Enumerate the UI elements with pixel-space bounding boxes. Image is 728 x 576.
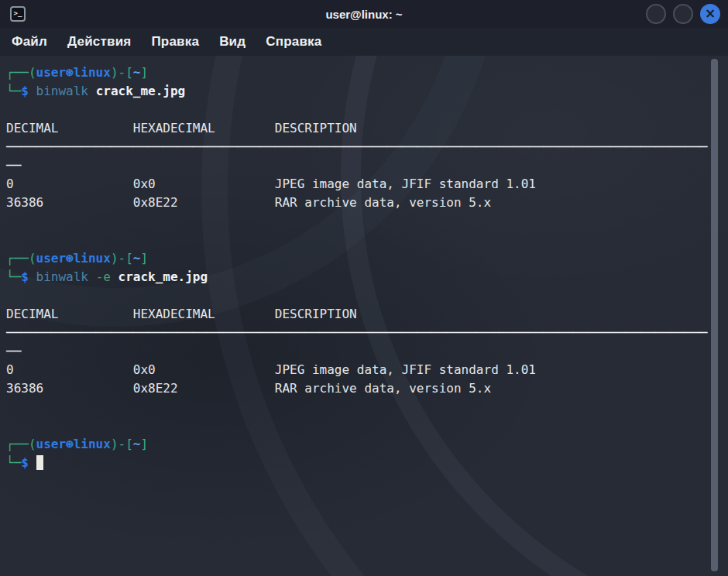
scrollbar-thumb[interactable] (711, 59, 718, 571)
terminal-line: ┌──(user⊛linux)-[~] (6, 63, 728, 82)
terminal-line: ┌──(user⊛linux)-[~] (6, 435, 728, 454)
terminal-cursor (36, 455, 44, 470)
terminal-text-segment: └─ (6, 269, 21, 284)
terminal-text-segment: ] (140, 65, 148, 80)
menubar: Файл Действия Правка Вид Справка (0, 28, 728, 56)
terminal-text-segment: ~ (133, 437, 141, 451)
terminal-text-segment: 0 0x0 JPEG image data, JFIF standard 1.0… (6, 362, 536, 377)
terminal-line: └─$ binwalk -e crack_me.jpg (6, 268, 728, 286)
kali-glyph-icon: ⊛ (66, 437, 74, 451)
menu-actions[interactable]: Действия (57, 34, 141, 50)
terminal-text-segment: ────────────────────────────────────────… (6, 325, 707, 340)
terminal-text-segment: 36386 0x8E22 RAR archive data, version 5… (6, 381, 491, 396)
terminal-text-segment: )-[ (111, 65, 133, 80)
terminal-line: 36386 0x8E22 RAR archive data, version 5… (6, 194, 728, 212)
terminal-line: 36386 0x8E22 RAR archive data, version 5… (6, 379, 728, 398)
menu-file[interactable]: Файл (2, 34, 57, 50)
terminal-text-segment: └─ (6, 84, 21, 98)
terminal-text-segment (29, 84, 36, 98)
terminal-text-segment: )-[ (111, 251, 133, 266)
terminal-line: ┌──(user⊛linux)-[~] (6, 249, 728, 268)
terminal-text-segment: -e (96, 269, 111, 284)
terminal-text-segment: binwalk (36, 84, 88, 98)
terminal-text-segment (29, 455, 36, 470)
terminal-text-segment: ── (6, 158, 21, 173)
terminal-text-segment: $ (21, 269, 29, 284)
terminal-text-segment: )-[ (111, 437, 133, 451)
terminal-text-segment: linux (74, 65, 111, 80)
terminal-line: └─$ (6, 454, 728, 472)
terminal-line: ── (6, 156, 728, 175)
terminal-line: ────────────────────────────────────────… (6, 324, 728, 342)
terminal-line: ── (6, 342, 728, 361)
close-button[interactable]: × (700, 4, 720, 24)
terminal-line (6, 101, 728, 119)
terminal-app-icon[interactable]: >_ (10, 6, 26, 22)
terminal-text-segment: DECIMAL HEXADECIMAL DESCRIPTION (6, 121, 357, 135)
terminal-text-segment: crack_me.jpg (118, 269, 208, 284)
terminal-line: DECIMAL HEXADECIMAL DESCRIPTION (6, 119, 728, 138)
terminal-text-segment: 36386 0x8E22 RAR archive data, version 5… (6, 195, 491, 210)
scrollbar-track (711, 59, 718, 571)
terminal-text-segment: ] (140, 437, 148, 451)
terminal-text-segment (88, 269, 96, 284)
terminal-line: 0 0x0 JPEG image data, JFIF standard 1.0… (6, 361, 728, 379)
menu-edit[interactable]: Правка (141, 34, 209, 50)
terminal-text-segment: └─ (6, 455, 21, 470)
terminal-text-segment (29, 269, 36, 284)
terminal-text-segment (111, 269, 118, 284)
terminal-line (6, 231, 728, 249)
terminal-text-segment: ┌──( (6, 65, 36, 80)
terminal-line: ────────────────────────────────────────… (6, 138, 728, 156)
terminal-text-segment: $ (21, 84, 29, 98)
terminal-output: ┌──(user⊛linux)-[~]└─$ binwalk crack_me.… (0, 56, 728, 472)
window-title: user@linux: ~ (0, 8, 728, 21)
terminal-text-segment: ] (140, 251, 148, 266)
terminal-text-segment: ~ (133, 251, 141, 266)
terminal-line (6, 398, 728, 417)
terminal-text-segment: ────────────────────────────────────────… (6, 139, 707, 154)
terminal-line (6, 417, 728, 435)
terminal-line: DECIMAL HEXADECIMAL DESCRIPTION (6, 305, 728, 324)
terminal-text-segment: user (36, 251, 67, 266)
terminal-text-segment: ┌──( (6, 251, 36, 266)
close-icon: × (705, 7, 716, 20)
terminal-line: └─$ binwalk crack_me.jpg (6, 82, 728, 101)
terminal-text-segment: linux (74, 251, 111, 266)
terminal-text-segment: linux (74, 437, 111, 451)
terminal-icon: >_ (14, 10, 22, 17)
terminal-text-segment: ── (6, 344, 21, 358)
terminal-line (6, 286, 728, 305)
terminal-text-segment: DECIMAL HEXADECIMAL DESCRIPTION (6, 307, 357, 321)
kali-glyph-icon: ⊛ (66, 251, 74, 266)
terminal-text-segment: user (36, 65, 67, 80)
menu-view[interactable]: Вид (209, 34, 256, 50)
window-controls: × (646, 4, 728, 24)
menu-help[interactable]: Справка (256, 34, 331, 50)
terminal-text-segment (88, 84, 96, 98)
titlebar[interactable]: >_ user@linux: ~ × (0, 0, 728, 28)
terminal-text-segment: $ (21, 455, 29, 470)
terminal-text-segment: crack_me.jpg (96, 84, 186, 98)
terminal-text-segment: ~ (133, 65, 141, 80)
terminal-text-segment: user (36, 437, 67, 451)
minimize-button[interactable] (646, 4, 666, 24)
terminal-line: 0 0x0 JPEG image data, JFIF standard 1.0… (6, 175, 728, 194)
terminal-line (6, 212, 728, 231)
terminal-text-segment: binwalk (36, 269, 88, 284)
terminal-text-segment: 0 0x0 JPEG image data, JFIF standard 1.0… (6, 177, 536, 191)
terminal-viewport[interactable]: ┌──(user⊛linux)-[~]└─$ binwalk crack_me.… (0, 56, 728, 576)
kali-glyph-icon: ⊛ (66, 65, 74, 80)
terminal-text-segment: ┌──( (6, 437, 36, 451)
maximize-button[interactable] (673, 4, 693, 24)
